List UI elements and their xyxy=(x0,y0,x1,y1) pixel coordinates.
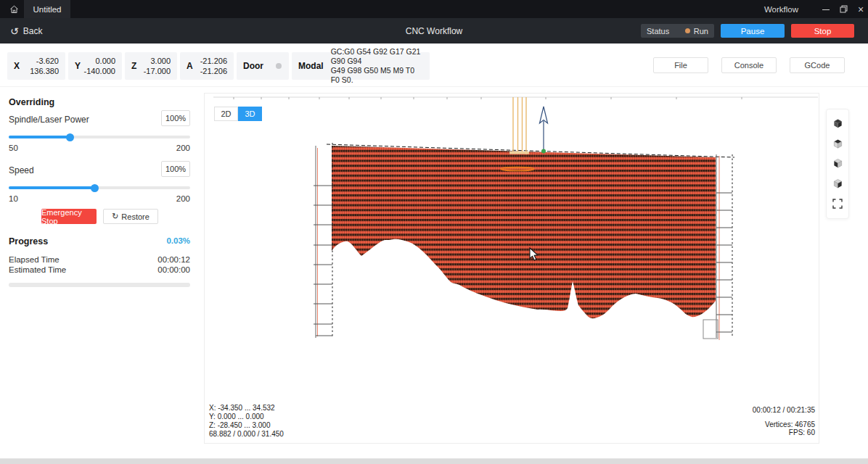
vertices-readout: Vertices: 46765 xyxy=(765,420,815,428)
title-bar: Untitled Workflow × xyxy=(0,0,868,18)
gcode-panel-button[interactable]: GCode xyxy=(790,57,845,73)
status-label: Status xyxy=(647,27,669,36)
view-control-panel xyxy=(826,109,849,219)
spindle-slider-range: 50200 xyxy=(9,144,190,152)
app-title: Workflow xyxy=(764,0,798,18)
door-indicator: Door xyxy=(237,52,289,80)
speed-slider-handle[interactable] xyxy=(91,184,99,192)
axis-letter: Y xyxy=(68,61,81,71)
overriding-title: Overriding xyxy=(9,97,54,107)
restore-window-icon xyxy=(840,5,848,13)
spindle-slider-handle[interactable] xyxy=(66,133,74,141)
maximize-restore-button[interactable] xyxy=(835,0,851,18)
status-run-dot-icon xyxy=(685,28,690,33)
estimated-time-row: Estimated Time00:00:00 xyxy=(9,265,190,274)
model-dimensions: 68.882 / 0.000 / 31.450 xyxy=(209,430,284,439)
fps-readout: FPS: 60 xyxy=(789,428,815,436)
status-chip: Status Run xyxy=(641,24,714,38)
window-bottom-edge xyxy=(0,458,868,464)
axis-values: -21.206-21.206 xyxy=(200,56,234,76)
door-label: Door xyxy=(237,61,263,71)
job-time-readout: 00:00:12 / 00:21:35 xyxy=(753,406,815,414)
machine-state-bar: X -3.620136.380 Y 0.000-140.000 Z 3.000-… xyxy=(0,44,868,87)
axis-readout-y: Y 0.000-140.000 xyxy=(68,52,122,80)
speed-input[interactable]: 100% xyxy=(161,161,190,177)
axis-readout-a: A -21.206-21.206 xyxy=(180,52,234,80)
speed-slider-range: 10200 xyxy=(9,194,190,203)
progress-percent: 0.03% xyxy=(166,236,190,246)
view-front-button[interactable] xyxy=(830,157,845,171)
axis-values: -3.620136.380 xyxy=(30,56,65,76)
current-segment-highlight xyxy=(501,167,534,170)
close-icon: × xyxy=(858,4,864,15)
fit-view-icon xyxy=(832,199,843,209)
speed-label: Speed xyxy=(9,165,34,175)
cube-side-face-icon xyxy=(832,178,843,189)
status-value: Run xyxy=(694,27,708,36)
progress-bar xyxy=(9,283,190,287)
stop-button[interactable]: Stop xyxy=(791,24,854,38)
restore-button[interactable]: ↻ Restore xyxy=(103,209,158,224)
cube-top-face-icon xyxy=(832,138,843,149)
document-tab[interactable]: Untitled xyxy=(24,0,70,18)
machined-block xyxy=(332,146,716,318)
axis-values: 0.000-140.000 xyxy=(84,56,122,76)
axis-letter: X xyxy=(7,61,20,71)
pause-button[interactable]: Pause xyxy=(721,24,785,38)
axis-readout-z: Z 3.000-17.000 xyxy=(125,52,177,80)
tab-3d[interactable]: 3D xyxy=(238,107,262,121)
door-status-dot-icon xyxy=(276,63,282,69)
cube-front-face-icon xyxy=(832,158,843,169)
back-button[interactable]: ↺ Back xyxy=(10,18,42,44)
emergency-stop-button[interactable]: Emergency Stop xyxy=(41,209,97,224)
view-side-button[interactable] xyxy=(830,177,845,191)
speed-slider[interactable] xyxy=(9,186,190,189)
axis-readout-x: X -3.620136.380 xyxy=(7,52,65,80)
toolpath-viewport[interactable]: 2D 3D X: -34.350 ... 34.532 Y: 0.000 ...… xyxy=(204,93,819,444)
home-button[interactable] xyxy=(6,2,22,16)
axis-letter: A xyxy=(180,61,193,71)
spindle-power-label: Spindle/Laser Power xyxy=(9,115,89,125)
axis-values: 3.000-17.000 xyxy=(144,56,177,76)
restore-icon: ↻ xyxy=(112,212,118,221)
modal-label: Modal xyxy=(292,61,324,71)
spindle-power-slider[interactable] xyxy=(9,136,190,138)
rapid-travel-line xyxy=(213,97,818,99)
modal-gcode-state: GC:G0 G54 G92 G17 G21 G90 G94G49 G98 G50… xyxy=(324,47,430,85)
toolpath-3d-scene[interactable] xyxy=(205,94,819,443)
back-icon: ↺ xyxy=(10,26,19,36)
plunge-lines xyxy=(509,97,529,154)
modal-state-box: Modal GC:G0 G54 G92 G17 G21 G90 G94G49 G… xyxy=(292,52,430,80)
model-extents-readout: X: -34.350 ... 34.532 Y: 0.000 ... 0.000… xyxy=(209,404,284,439)
minimize-icon xyxy=(822,6,830,13)
close-button[interactable]: × xyxy=(853,0,868,18)
tab-2d[interactable]: 2D xyxy=(214,107,238,121)
progress-title: Progress xyxy=(9,236,48,246)
view-mode-tabs: 2D 3D xyxy=(214,107,262,121)
elapsed-time-row: Elapsed Time00:00:12 xyxy=(9,255,190,264)
cube-isometric-icon xyxy=(832,118,843,129)
back-label: Back xyxy=(23,26,43,36)
progress-header: Progress 0.03% xyxy=(9,236,190,246)
range-y: Y: 0.000 ... 0.000 xyxy=(209,413,284,421)
fit-view-button[interactable] xyxy=(830,196,845,211)
left-boundary-ladder xyxy=(314,143,332,338)
axis-letter: Z xyxy=(125,61,136,71)
tool-position-marker xyxy=(540,107,548,154)
main-area: Overriding Spindle/Laser Power 100% 5020… xyxy=(0,87,868,458)
view-isometric-button[interactable] xyxy=(830,117,845,131)
range-x: X: -34.350 ... 34.532 xyxy=(209,404,284,413)
minimize-button[interactable] xyxy=(818,0,834,18)
range-z: Z: -28.450 ... 3.000 xyxy=(209,421,284,430)
console-panel-button[interactable]: Console xyxy=(721,57,777,73)
workflow-toolbar: CNC Workflow ↺ Back Status Run Pause Sto… xyxy=(0,18,868,44)
spindle-power-input[interactable]: 100% xyxy=(161,110,190,126)
home-icon xyxy=(9,5,19,14)
file-panel-button[interactable]: File xyxy=(653,57,708,73)
document-tab-label: Untitled xyxy=(33,5,62,14)
view-top-button[interactable] xyxy=(830,136,845,151)
